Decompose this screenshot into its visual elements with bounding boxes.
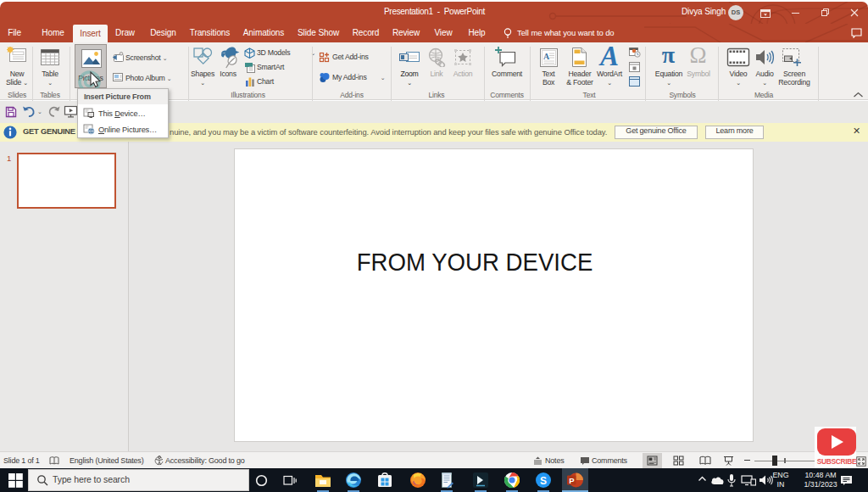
svg-text:P: P [569, 476, 575, 485]
svg-text:S: S [540, 475, 547, 487]
svg-text:A: A [543, 52, 550, 61]
